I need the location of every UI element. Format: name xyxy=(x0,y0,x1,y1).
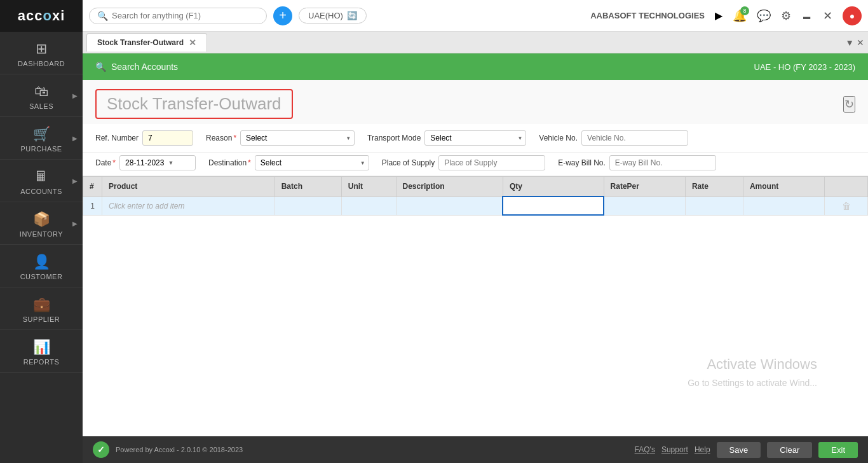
messages-icon[interactable]: 💬 xyxy=(757,9,771,23)
sidebar-item-label: PURCHASE xyxy=(20,145,62,153)
col-product: Product xyxy=(102,177,275,197)
tab-menu-button[interactable]: ▼ xyxy=(845,38,854,48)
reason-group: Reason* Select xyxy=(206,130,355,146)
support-link[interactable]: Support xyxy=(661,445,688,454)
sidebar-item-reports[interactable]: 📊 REPORTS xyxy=(0,330,83,373)
tab-bar: Stock Transfer-Outward ✕ ▼ ✕ xyxy=(83,32,868,53)
inventory-icon: 📦 xyxy=(33,211,50,228)
clear-button[interactable]: Clear xyxy=(767,442,812,458)
col-num: # xyxy=(83,177,102,197)
purchase-icon: 🛒 xyxy=(33,126,50,142)
footer-right: FAQ's Support Help Save Clear Exit xyxy=(635,442,858,458)
search-box[interactable]: 🔍 xyxy=(89,8,267,24)
sidebar-item-label: CUSTOMER xyxy=(20,273,63,280)
close-icon[interactable]: ✕ xyxy=(823,9,832,23)
col-actions xyxy=(825,177,868,197)
page-title: Stock Transfer-Outward xyxy=(107,94,281,113)
help-link[interactable]: Help xyxy=(695,445,710,454)
qty-input[interactable] xyxy=(510,201,548,211)
chevron-right-icon: ▶ xyxy=(72,220,78,227)
minimize-icon[interactable]: 🗕 xyxy=(801,9,813,22)
footer: ✓ Powered by Accoxi - 2.0.10 © 2018-2023… xyxy=(83,436,868,463)
chevron-right-icon: ▶ xyxy=(72,177,78,184)
sidebar-logo: accoxi xyxy=(0,0,83,32)
date-dropdown-icon[interactable]: ▼ xyxy=(168,160,173,166)
main-content: 🔍 + UAE(HO) 🔄 AABASOFT TECHNOLOGIES ▶ 🔔 … xyxy=(83,0,868,463)
transport-mode-select-wrapper: Select xyxy=(424,130,526,146)
reason-select[interactable]: Select xyxy=(240,130,355,146)
tab-close-icon[interactable]: ✕ xyxy=(189,38,196,48)
settings-icon[interactable]: ⚙ xyxy=(781,9,791,23)
save-button[interactable]: Save xyxy=(717,442,761,458)
date-input[interactable]: 28-11-2023 ▼ xyxy=(119,155,196,170)
ref-number-group: Ref. Number xyxy=(95,130,193,146)
logo-text: accoxi xyxy=(18,8,65,24)
table-header-row: # Product Batch Unit Description Qty Rat… xyxy=(83,177,868,197)
eway-bill-input[interactable] xyxy=(609,155,716,170)
row-number: 1 xyxy=(83,197,102,215)
table-row: 1 Click enter to add item xyxy=(83,197,868,215)
reports-icon: 📊 xyxy=(33,339,50,356)
date-group: Date* 28-11-2023 ▼ xyxy=(95,155,196,170)
dashboard-icon: ⊞ xyxy=(36,41,47,57)
table-container: # Product Batch Unit Description Qty Rat… xyxy=(83,176,868,436)
search-icon: 🔍 xyxy=(97,11,108,21)
ref-number-label: Ref. Number xyxy=(95,134,139,142)
row-description xyxy=(396,197,503,215)
company-label: UAE(HO) xyxy=(308,11,343,20)
chevron-right-icon: ▶ xyxy=(72,135,78,142)
row-product[interactable]: Click enter to add item xyxy=(102,197,275,215)
transport-mode-select[interactable]: Select xyxy=(424,130,526,146)
vehicle-no-label: Vehicle No. xyxy=(539,134,578,142)
company-badge[interactable]: UAE(HO) 🔄 xyxy=(299,8,367,24)
customer-icon: 👤 xyxy=(33,254,50,270)
search-input[interactable] xyxy=(112,11,252,20)
transport-mode-group: Transport Mode Select xyxy=(367,130,526,146)
eway-bill-group: E-way Bill No. xyxy=(558,155,716,170)
notification-icon[interactable]: 🔔 8 xyxy=(733,9,747,23)
form-header: 🔍 Search Accounts UAE - HO (FY 2023 - 20… xyxy=(83,53,868,80)
sidebar-item-purchase[interactable]: 🛒 PURCHASE ▶ xyxy=(0,117,83,160)
vehicle-no-input[interactable] xyxy=(581,130,688,146)
user-avatar[interactable]: ● xyxy=(843,6,862,25)
sidebar-item-supplier[interactable]: 💼 SUPPLIER xyxy=(0,287,83,330)
sidebar-item-accounts[interactable]: 🖩 ACCOUNTS ▶ xyxy=(0,160,83,202)
destination-select-wrapper: Select xyxy=(255,155,369,170)
exit-button[interactable]: Exit xyxy=(818,442,858,458)
add-button[interactable]: + xyxy=(273,6,292,25)
destination-label: Destination* xyxy=(208,158,251,167)
tab-label: Stock Transfer-Outward xyxy=(97,38,184,47)
notification-badge: 8 xyxy=(740,6,749,15)
sidebar-item-inventory[interactable]: 📦 INVENTORY ▶ xyxy=(0,202,83,245)
row-rate xyxy=(685,197,743,215)
sidebar-item-label: REPORTS xyxy=(24,358,59,366)
col-amount: Amount xyxy=(743,177,824,197)
delete-row-button[interactable]: 🗑 xyxy=(825,197,868,215)
topbar: 🔍 + UAE(HO) 🔄 AABASOFT TECHNOLOGIES ▶ 🔔 … xyxy=(83,0,868,32)
items-table: # Product Batch Unit Description Qty Rat… xyxy=(83,176,868,216)
row-batch xyxy=(275,197,341,215)
chevron-right-icon: ▶ xyxy=(72,92,78,99)
tab-close-all-button[interactable]: ✕ xyxy=(857,38,864,48)
sidebar-item-sales[interactable]: 🛍 SALES ▶ xyxy=(0,74,83,117)
refresh-icon[interactable]: 🔄 xyxy=(347,11,357,20)
ref-number-input[interactable] xyxy=(142,130,193,146)
sidebar-item-customer[interactable]: 👤 CUSTOMER xyxy=(0,245,83,287)
sidebar-item-label: INVENTORY xyxy=(20,230,63,238)
row-qty[interactable] xyxy=(503,197,604,215)
place-of-supply-input[interactable] xyxy=(438,155,545,170)
company-info: UAE - HO (FY 2023 - 2023) xyxy=(754,62,855,72)
eway-bill-label: E-way Bill No. xyxy=(558,158,606,167)
date-value: 28-11-2023 xyxy=(125,158,164,167)
form-fields: Ref. Number Reason* Select xyxy=(83,124,868,153)
sidebar-item-dashboard[interactable]: ⊞ DASHBOARD xyxy=(0,32,83,74)
footer-left: ✓ Powered by Accoxi - 2.0.10 © 2018-2023 xyxy=(93,441,243,458)
row-rateper xyxy=(604,197,685,215)
search-accounts-label[interactable]: Search Accounts xyxy=(111,62,178,72)
row-amount xyxy=(743,197,824,215)
tab-stock-transfer-outward[interactable]: Stock Transfer-Outward ✕ xyxy=(86,33,207,52)
destination-group: Destination* Select xyxy=(208,155,369,170)
faqs-link[interactable]: FAQ's xyxy=(635,445,655,454)
refresh-button[interactable]: ↻ xyxy=(843,96,855,113)
destination-select[interactable]: Select xyxy=(255,155,369,170)
